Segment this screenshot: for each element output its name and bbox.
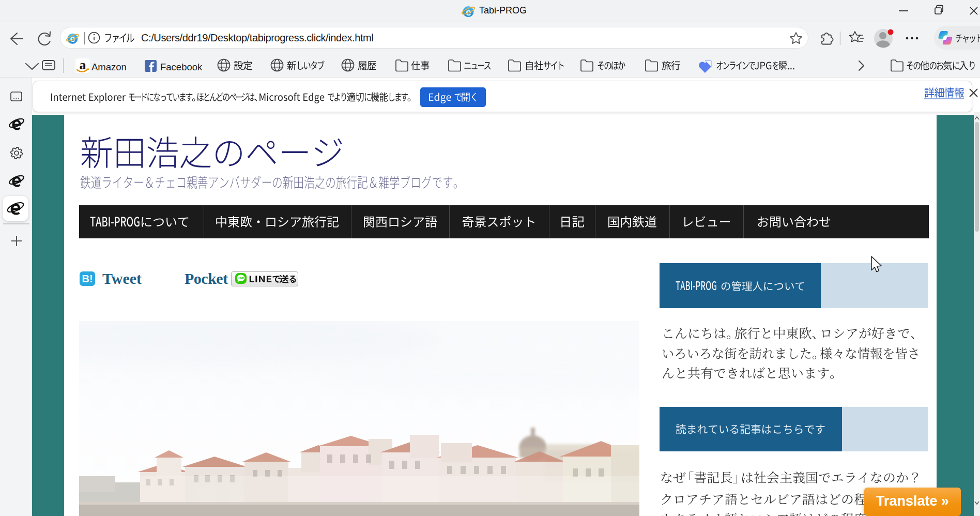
svg-text:LINE: LINE: [238, 277, 244, 280]
svg-text:a: a: [80, 57, 86, 72]
